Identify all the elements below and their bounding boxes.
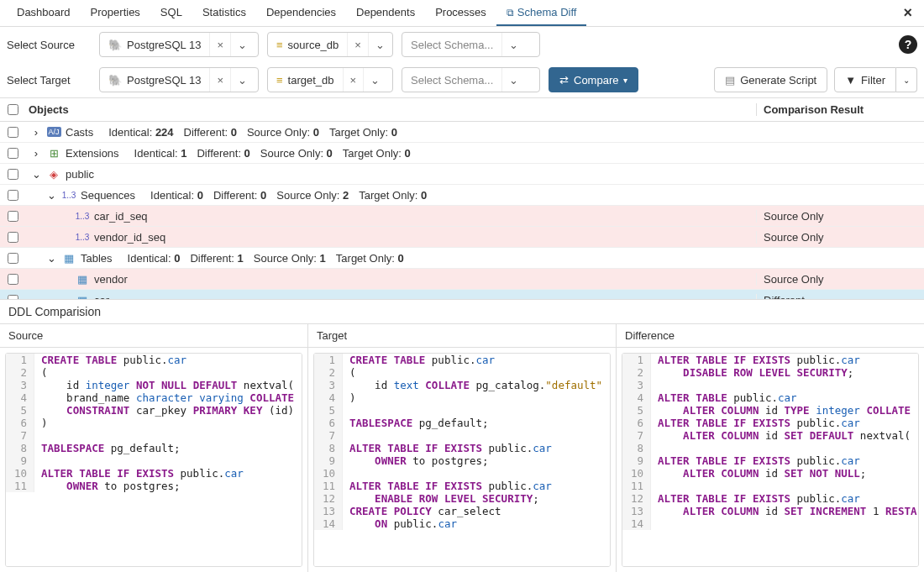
chevron-down-icon[interactable]: ⌄ — [501, 68, 525, 92]
line-number: 12 — [314, 492, 343, 505]
line-number: 6 — [314, 417, 343, 429]
seq-icon: 1..3 — [62, 191, 76, 200]
filter-button[interactable]: ▼ Filter — [834, 67, 896, 92]
tab-label: Statistics — [202, 6, 246, 18]
clear-icon[interactable]: × — [343, 68, 364, 92]
node-label: vendor_id_seq — [94, 231, 165, 244]
seq-icon: 1..3 — [76, 212, 89, 221]
tab-sql[interactable]: SQL — [150, 0, 192, 26]
result-cell: Different — [756, 294, 924, 300]
tab-dependents[interactable]: Dependents — [346, 0, 425, 26]
chevron-right-icon[interactable]: › — [30, 147, 42, 160]
grid-body[interactable]: ›A/JCastsIdentical: 224Different: 0Sourc… — [0, 122, 924, 299]
script-icon: ▤ — [725, 74, 735, 87]
code-line — [651, 442, 658, 454]
tab-statistics[interactable]: Statistics — [192, 0, 256, 26]
code-line: ALTER TABLE IF EXISTS public.car — [34, 467, 244, 480]
tab-schema-diff[interactable]: ⧉Schema Diff — [496, 0, 587, 26]
compare-button-label: Compare — [574, 74, 618, 87]
ddl-columns: Source 1CREATE TABLE public.car2(3 id in… — [0, 324, 924, 572]
generate-script-button[interactable]: ▤ Generate Script — [714, 67, 827, 92]
source-db-select[interactable]: ≡source_db × ⌄ — [267, 32, 393, 57]
node-label: public — [66, 168, 94, 181]
tab-properties[interactable]: Properties — [81, 0, 150, 26]
tree-group-row[interactable]: ›⊞ExtensionsIdentical: 1Different: 0Sour… — [0, 143, 924, 164]
row-checkbox[interactable] — [8, 211, 18, 222]
tree-group-row[interactable]: ⌄1..3SequencesIdentical: 0Different: 0So… — [0, 185, 924, 206]
tree-group-row[interactable]: ›A/JCastsIdentical: 224Different: 0Sourc… — [0, 122, 924, 143]
filter-dropdown-button[interactable]: ⌄ — [896, 67, 917, 92]
chevron-down-icon[interactable]: ⌄ — [368, 33, 391, 56]
source-server-value: PostgreSQL 13 — [127, 39, 201, 51]
line-number: 5 — [6, 404, 34, 417]
code-line: DISABLE ROW LEVEL SECURITY; — [651, 366, 853, 379]
objects-grid: Objects Comparison Result ›A/JCastsIdent… — [0, 97, 924, 299]
help-icon[interactable]: ? — [899, 35, 917, 54]
tree-group-row[interactable]: ⌄▦TablesIdentical: 0Different: 1Source O… — [0, 248, 924, 269]
node-label: car — [94, 294, 109, 300]
tab-processes[interactable]: Processes — [425, 0, 496, 26]
ddl-source-title: Source — [0, 324, 307, 348]
code-line: ALTER COLUMN id SET NOT NULL; — [651, 467, 866, 480]
row-checkbox[interactable] — [8, 295, 18, 300]
row-checkbox[interactable] — [8, 253, 18, 264]
target-server-select[interactable]: 🐘PostgreSQL 13 × ⌄ — [99, 67, 259, 92]
tree-group-row[interactable]: ⌄◈public — [0, 164, 924, 185]
tab-dashboard[interactable]: Dashboard — [7, 0, 81, 26]
ddl-target-column: Target 1CREATE TABLE public.car2(3 id te… — [308, 324, 617, 572]
chevron-down-icon[interactable]: ⌄ — [45, 189, 57, 202]
select-all-checkbox[interactable] — [8, 104, 18, 115]
chevron-down-icon[interactable]: ⌄ — [230, 68, 254, 92]
tree-item-row[interactable]: 1..3vendor_id_seqSource Only — [0, 227, 924, 248]
result-cell: Source Only — [756, 273, 924, 286]
row-checkbox[interactable] — [8, 232, 18, 243]
row-checkbox[interactable] — [8, 274, 18, 285]
stat-source-only: Source Only: 0 — [247, 126, 319, 139]
close-icon[interactable]: × — [898, 4, 917, 22]
tree-item-row[interactable]: ▦vendorSource Only — [0, 269, 924, 290]
chevron-down-icon[interactable]: ⌄ — [363, 68, 386, 92]
ddl-source-code[interactable]: 1CREATE TABLE public.car2(3 id integer N… — [6, 354, 302, 566]
line-number: 7 — [6, 429, 34, 442]
row-checkbox[interactable] — [8, 169, 18, 180]
stat-source-only: Source Only: 0 — [260, 147, 333, 160]
chevron-down-icon[interactable]: ⌄ — [501, 33, 525, 56]
tree-item-row[interactable]: 1..3car_id_seqSource Only — [0, 206, 924, 227]
code-line: ALTER COLUMN id TYPE integer COLLATE — [651, 404, 911, 417]
line-number: 11 — [6, 480, 34, 492]
tree-item-row[interactable]: ▦carDifferent — [0, 290, 924, 299]
target-schema-select[interactable]: Select Schema... ⌄ — [402, 67, 540, 92]
code-line: ) — [343, 391, 356, 404]
stat-different: Different: 1 — [190, 252, 243, 265]
target-db-select[interactable]: ≡target_db × ⌄ — [267, 67, 393, 92]
line-number: 9 — [622, 454, 651, 467]
code-line: ALTER TABLE IF EXISTS public.car — [343, 442, 552, 454]
tab-dependencies[interactable]: Dependencies — [256, 0, 346, 26]
compare-button[interactable]: ⇄ Compare ▾ — [549, 67, 638, 92]
tab-label: SQL — [160, 6, 182, 18]
ddl-target-code[interactable]: 1CREATE TABLE public.car2(3 id text COLL… — [314, 354, 610, 566]
node-label: Tables — [81, 252, 113, 265]
row-checkbox[interactable] — [8, 127, 18, 138]
chevron-down-icon[interactable]: ⌄ — [230, 33, 254, 56]
row-checkbox[interactable] — [8, 148, 18, 159]
source-schema-placeholder: Select Schema... — [402, 39, 501, 51]
line-number: 10 — [6, 467, 34, 480]
line-number: 10 — [314, 467, 343, 480]
ddl-diff-code[interactable]: 1ALTER TABLE IF EXISTS public.car2 DISAB… — [622, 354, 918, 566]
source-schema-select[interactable]: Select Schema... ⌄ — [402, 32, 540, 57]
chevron-down-icon: ▾ — [623, 76, 627, 85]
tab-label: Schema Diff — [517, 6, 577, 18]
code-line: CREATE TABLE public.car — [343, 354, 495, 366]
clear-icon[interactable]: × — [209, 33, 230, 56]
target-schema-placeholder: Select Schema... — [402, 74, 501, 87]
chevron-right-icon[interactable]: › — [30, 126, 42, 139]
clear-icon[interactable]: × — [209, 68, 230, 92]
filter-icon: ▼ — [845, 74, 856, 87]
clear-icon[interactable]: × — [347, 33, 368, 56]
grid-header: Objects Comparison Result — [0, 98, 924, 122]
row-checkbox[interactable] — [8, 190, 18, 201]
chevron-down-icon[interactable]: ⌄ — [30, 168, 42, 181]
source-server-select[interactable]: 🐘PostgreSQL 13 × ⌄ — [99, 32, 259, 57]
chevron-down-icon[interactable]: ⌄ — [45, 252, 57, 265]
